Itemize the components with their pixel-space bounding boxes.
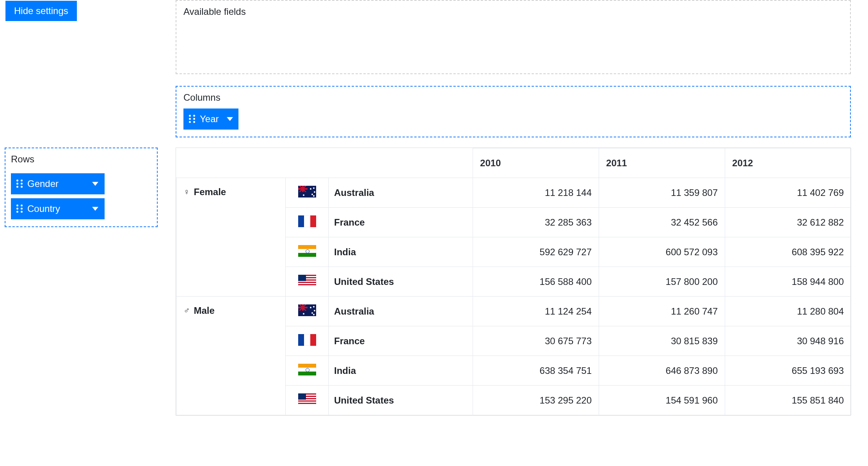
flag-cell (286, 178, 329, 208)
columns-panel[interactable]: Columns Year (176, 86, 851, 137)
data-cell[interactable]: 646 873 890 (599, 356, 725, 386)
chevron-down-icon[interactable] (227, 117, 233, 121)
flag-cell (286, 326, 329, 356)
column-header-year[interactable]: 2011 (599, 148, 725, 178)
flag-au-icon (298, 186, 316, 197)
flag-fr-icon (298, 215, 316, 227)
field-chip-label: Year (200, 114, 219, 125)
data-cell[interactable]: 30 675 773 (473, 326, 599, 356)
data-cell[interactable]: 11 359 807 (599, 178, 725, 208)
available-fields-label: Available fields (183, 6, 843, 17)
flag-us-icon (298, 275, 316, 286)
row-header-country[interactable]: France (329, 208, 473, 237)
data-cell[interactable]: 11 402 769 (725, 178, 851, 208)
data-cell[interactable]: 157 800 200 (599, 267, 725, 297)
data-cell[interactable]: 30 948 916 (725, 326, 851, 356)
data-cell[interactable]: 32 452 566 (599, 208, 725, 237)
table-row: ♂MaleAustralia11 124 25411 260 74711 280… (176, 297, 851, 326)
drag-handle-icon[interactable] (16, 180, 23, 188)
data-cell[interactable]: 153 295 220 (473, 386, 599, 415)
chevron-down-icon[interactable] (92, 207, 98, 211)
data-cell[interactable]: 32 612 882 (725, 208, 851, 237)
field-chip-label: Country (27, 203, 60, 214)
data-cell[interactable]: 11 260 747 (599, 297, 725, 326)
rows-panel[interactable]: Rows Gender Country (5, 148, 158, 227)
data-cell[interactable]: 608 395 922 (725, 237, 851, 267)
data-cell[interactable]: 154 591 960 (599, 386, 725, 415)
flag-fr-icon (298, 334, 316, 346)
data-cell[interactable]: 32 285 363 (473, 208, 599, 237)
data-cell[interactable]: 655 193 693 (725, 356, 851, 386)
row-header-country[interactable]: Australia (329, 297, 473, 326)
flag-au-icon (298, 304, 316, 316)
drag-handle-icon[interactable] (16, 205, 23, 213)
data-cell[interactable]: 158 944 800 (725, 267, 851, 297)
flag-cell (286, 386, 329, 415)
flag-cell (286, 297, 329, 326)
row-header-country[interactable]: Australia (329, 178, 473, 208)
rows-panel-label: Rows (11, 154, 151, 165)
female-icon: ♀ (183, 188, 190, 196)
available-fields-panel[interactable]: Available fields (176, 0, 851, 74)
row-group-gender[interactable]: ♀Female (176, 178, 286, 297)
field-chip-country[interactable]: Country (11, 198, 105, 219)
data-cell[interactable]: 155 851 840 (725, 386, 851, 415)
row-header-country[interactable]: India (329, 356, 473, 386)
pivot-table: 2010 2011 2012 ♀FemaleAustralia11 218 14… (176, 148, 851, 416)
data-cell[interactable]: 592 629 727 (473, 237, 599, 267)
flag-us-icon (298, 393, 316, 405)
row-header-country[interactable]: United States (329, 386, 473, 415)
columns-panel-label: Columns (183, 92, 843, 103)
row-group-gender[interactable]: ♂Male (176, 297, 286, 415)
flag-in-icon (298, 245, 316, 257)
data-cell[interactable]: 638 354 751 (473, 356, 599, 386)
flag-cell (286, 237, 329, 267)
column-header-year[interactable]: 2010 (473, 148, 599, 178)
data-cell[interactable]: 600 572 093 (599, 237, 725, 267)
data-cell[interactable]: 11 280 804 (725, 297, 851, 326)
table-row: ♀FemaleAustralia11 218 14411 359 80711 4… (176, 178, 851, 208)
column-header-year[interactable]: 2012 (725, 148, 851, 178)
data-cell[interactable]: 156 588 400 (473, 267, 599, 297)
pivot-corner-cell (176, 148, 473, 178)
row-header-country[interactable]: India (329, 237, 473, 267)
data-cell[interactable]: 11 218 144 (473, 178, 599, 208)
data-cell[interactable]: 30 815 839 (599, 326, 725, 356)
flag-cell (286, 267, 329, 297)
data-cell[interactable]: 11 124 254 (473, 297, 599, 326)
gender-label: Male (194, 305, 215, 316)
field-chip-label: Gender (27, 178, 59, 189)
row-header-country[interactable]: France (329, 326, 473, 356)
row-header-country[interactable]: United States (329, 267, 473, 297)
gender-label: Female (194, 187, 226, 197)
flag-cell (286, 356, 329, 386)
drag-handle-icon[interactable] (189, 115, 195, 123)
field-chip-gender[interactable]: Gender (11, 173, 105, 194)
male-icon: ♂ (183, 306, 190, 315)
field-chip-year[interactable]: Year (183, 108, 238, 130)
flag-cell (286, 208, 329, 237)
chevron-down-icon[interactable] (92, 182, 98, 186)
flag-in-icon (298, 364, 316, 375)
hide-settings-button[interactable]: Hide settings (5, 1, 77, 21)
